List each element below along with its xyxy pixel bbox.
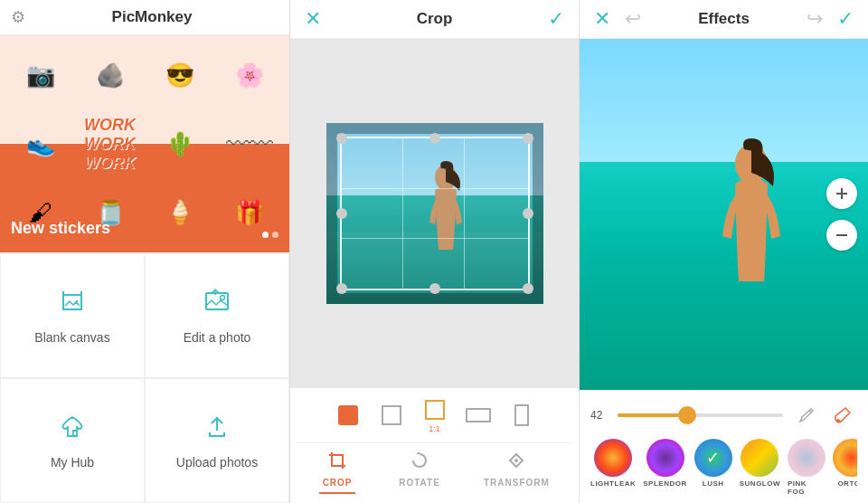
transform-tab-icon <box>506 451 526 475</box>
upload-photos-icon <box>203 413 231 448</box>
effects-tools <box>792 401 857 430</box>
crop-guide-h-bottom <box>342 238 528 239</box>
filter-splendor-circle <box>646 439 684 477</box>
crop-handle-rc[interactable] <box>523 208 533 219</box>
effects-photo <box>580 39 868 390</box>
tab-crop[interactable]: CROP <box>319 451 355 494</box>
sticker-work: WORKWORKWORK <box>77 111 143 176</box>
shape-outline-btn[interactable] <box>375 403 408 428</box>
gear-icon[interactable]: ⚙ <box>11 7 25 27</box>
effects-header: ✕ ↩ Effects ↪ ✓ <box>580 0 868 39</box>
edit-photo-icon <box>203 288 231 323</box>
sticker-camera: 📷 <box>7 43 73 108</box>
crop-tabs: CROP ROTATE TRA <box>297 442 571 494</box>
rotate-tab-icon <box>410 451 429 475</box>
edit-photo-button[interactable]: Edit a photo <box>145 253 289 378</box>
blank-canvas-icon <box>58 288 87 323</box>
effects-filters: LIGHTLEAK SPLENDOR LUSH SUNGLOW PINK FOG… <box>590 439 857 496</box>
sq-selected-icon <box>425 400 445 420</box>
crop-tab-underline <box>319 492 355 494</box>
crop-photo <box>326 123 543 304</box>
effects-slider-row: 42 <box>590 401 857 430</box>
effects-value: 42 <box>590 409 609 422</box>
crop-box <box>340 137 530 290</box>
crop-toolbar: 1:1 CROP <box>290 388 579 503</box>
effects-confirm-icon[interactable]: ✓ <box>837 7 854 31</box>
crop-handle-bc[interactable] <box>429 283 440 294</box>
crop-handle-lc[interactable] <box>336 208 347 219</box>
effects-header-right: ↪ ✓ <box>807 7 854 31</box>
sticker-flower: 🌸 <box>216 43 282 108</box>
dot-1 <box>262 232 269 238</box>
tab-rotate[interactable]: ROTATE <box>399 451 440 494</box>
effects-toolbar: 42 <box>580 390 868 503</box>
shape-solid-btn[interactable] <box>332 403 364 428</box>
filter-splendor[interactable]: SPLENDOR <box>643 439 686 496</box>
fx-minus-btn[interactable] <box>826 220 857 251</box>
fx-plus-btn[interactable] <box>826 178 857 209</box>
effects-slider[interactable] <box>618 413 783 417</box>
shape-tall-btn[interactable] <box>505 403 538 428</box>
filter-lightleak-label: LIGHTLEAK <box>590 479 636 488</box>
dot-2 <box>272 232 278 238</box>
shape-11-btn[interactable]: 1:1 <box>419 397 451 433</box>
crop-handle-bl[interactable] <box>336 283 347 294</box>
filter-lush[interactable]: LUSH <box>694 439 732 496</box>
crop-handle-tl[interactable] <box>336 133 347 144</box>
filter-orton-label: ORTON <box>837 479 857 488</box>
edit-photo-label: Edit a photo <box>184 330 251 345</box>
svg-rect-2 <box>206 293 228 309</box>
crop-header: ✕ Crop ✓ <box>290 0 579 39</box>
transform-tab-label: TRANSFORM <box>484 478 550 488</box>
crop-handle-tc[interactable] <box>429 133 440 144</box>
crop-canvas[interactable] <box>290 39 579 388</box>
blank-canvas-button[interactable]: Blank canvas <box>0 253 145 378</box>
filter-lightleak[interactable]: LIGHTLEAK <box>590 439 636 496</box>
crop-tab-icon <box>327 451 347 475</box>
paintbrush-tool-btn[interactable] <box>828 401 857 430</box>
filter-sunglow[interactable]: SUNGLOW <box>740 439 780 496</box>
svg-rect-5 <box>332 455 343 466</box>
upload-photos-button[interactable]: Upload photos <box>145 378 289 503</box>
crop-guide-v-right <box>464 138 465 289</box>
crop-overlay[interactable] <box>326 123 543 304</box>
picmonkey-panel: ⚙ PicMonkey 📷 🪨 😎 🌸 👟 WORKWORKWORK 🌵 〰〰 … <box>0 0 289 503</box>
filter-splendor-label: SPLENDOR <box>643 479 686 488</box>
filter-pinkfog-label: PINK FOG <box>788 479 826 496</box>
effects-close-icon[interactable]: ✕ <box>594 7 610 31</box>
tab-transform[interactable]: TRANSFORM <box>484 451 550 494</box>
dots-indicator <box>262 232 278 238</box>
my-hub-button[interactable]: My Hub <box>0 378 145 503</box>
effects-slider-fill <box>618 413 687 417</box>
pencil-tool-btn[interactable] <box>792 401 821 430</box>
crop-guide-v-left <box>402 138 403 289</box>
filter-pinkfog[interactable]: PINK FOG <box>788 439 826 496</box>
filter-lush-label: LUSH <box>703 479 724 488</box>
crop-handle-br[interactable] <box>523 283 533 294</box>
filter-pinkfog-circle <box>788 439 826 477</box>
crop-close-icon[interactable]: ✕ <box>305 7 321 31</box>
pm-header: ⚙ PicMonkey <box>0 0 289 35</box>
filter-orton-circle <box>833 439 857 477</box>
rect-tall-icon <box>514 404 529 426</box>
rotate-tab-label: ROTATE <box>399 478 440 488</box>
crop-guide-h-top <box>342 188 528 189</box>
filter-orton[interactable]: ORTON <box>833 439 857 496</box>
filter-lush-circle <box>694 439 732 477</box>
sticker-shoe: 👟 <box>7 111 73 176</box>
filter-lightleak-circle <box>594 439 632 477</box>
effects-slider-thumb[interactable] <box>678 406 696 424</box>
crop-confirm-icon[interactable]: ✓ <box>548 7 564 31</box>
new-stickers-label: New stickers <box>11 219 110 238</box>
filter-sunglow-label: SUNGLOW <box>740 479 780 488</box>
sticker-swirl: 〰〰 <box>216 111 282 176</box>
my-hub-label: My Hub <box>51 455 94 470</box>
effects-undo-icon[interactable]: ↩ <box>625 7 641 31</box>
effects-redo-icon[interactable]: ↪ <box>807 7 823 31</box>
sticker-cactus: 🌵 <box>146 111 212 176</box>
stickers-banner[interactable]: 📷 🪨 😎 🌸 👟 WORKWORKWORK 🌵 〰〰 🖌 🫙 🍦 🎁 New … <box>0 35 289 252</box>
blank-canvas-label: Blank canvas <box>34 330 109 345</box>
sticker-stones: 🪨 <box>77 43 143 108</box>
shape-wide-btn[interactable] <box>462 403 495 428</box>
crop-handle-tr[interactable] <box>523 133 533 144</box>
